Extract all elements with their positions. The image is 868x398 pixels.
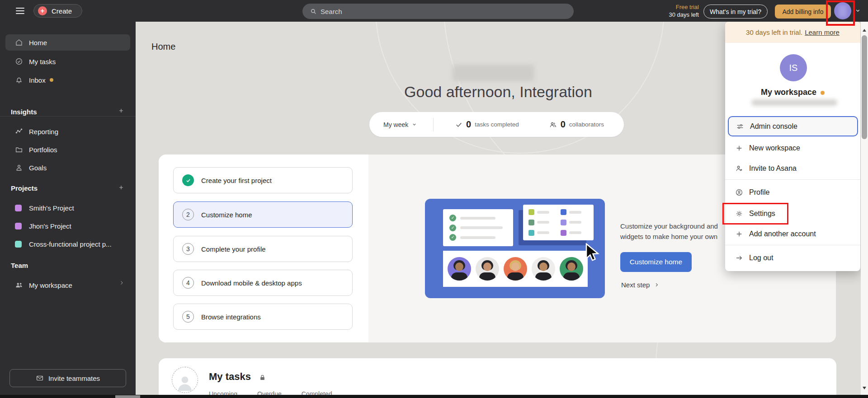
collaborators-count: 0 (561, 119, 566, 130)
my-week-dropdown[interactable]: My week (369, 121, 433, 128)
line-chart-icon (15, 127, 23, 136)
sidebar-divider (0, 116, 136, 117)
chevron-right-icon (654, 282, 659, 288)
create-button-label: Create (52, 7, 72, 15)
sidebar-item-reporting[interactable]: Reporting (5, 123, 130, 140)
menu-item-label: Profile (749, 188, 769, 197)
checklist-item-browse-integrations[interactable]: 5 Browse integrations (173, 304, 353, 330)
illustration-widgets-card (523, 205, 594, 240)
learn-more-link[interactable]: Learn more (805, 28, 840, 36)
check-icon (455, 121, 462, 128)
step-number-badge: 3 (182, 243, 194, 255)
project-color-icon (15, 205, 22, 211)
sidebar-item-my-tasks[interactable]: My tasks (5, 53, 130, 70)
checklist-item-label: Complete your profile (201, 245, 266, 253)
sidebar-item-inbox[interactable]: Inbox (5, 72, 130, 88)
blurred-date-text (453, 65, 534, 81)
checklist-item-label: Create your first project (201, 177, 272, 184)
trial-status: Free trial 30 days left (669, 3, 699, 19)
sidebar-project-cross-functional[interactable]: Cross-functional project p... (5, 236, 130, 252)
create-button[interactable]: + Create (33, 4, 82, 18)
sidebar-item-label: Goals (29, 164, 47, 172)
sidebar-item-label: Jhon's Project (29, 222, 71, 230)
add-project-icon[interactable] (118, 184, 124, 191)
add-insights-icon[interactable] (118, 108, 124, 114)
add-billing-info-button[interactable]: Add billing info (775, 5, 831, 19)
customize-home-illustration: ✓ ✓ ✓ (425, 199, 605, 298)
promo-text-line1: Customize your background and (620, 222, 718, 230)
menu-item-label: Add another account (749, 230, 816, 238)
menu-item-admin-console[interactable]: Admin console (728, 116, 858, 136)
invite-teammates-button[interactable]: Invite teammates (9, 369, 126, 387)
avatar (504, 257, 527, 281)
highlight-box-avatar (826, 0, 855, 26)
avatar (532, 257, 555, 281)
menu-item-profile[interactable]: Profile (728, 184, 858, 201)
sidebar-item-label: Reporting (29, 128, 58, 136)
checklist-item-download-apps[interactable]: 4 Download mobile & desktop apps (173, 270, 353, 296)
sidebar-item-my-workspace[interactable]: My workspace (5, 277, 130, 293)
plus-icon (735, 144, 743, 152)
sidebar-item-home[interactable]: Home (5, 34, 130, 51)
sliders-icon (736, 122, 744, 131)
sidebar-section-insights[interactable]: Insights (11, 108, 37, 116)
page-scrollbar[interactable] (861, 22, 868, 398)
sidebar-section-team: Team (11, 262, 28, 269)
page-title: Home (151, 42, 175, 52)
menu-item-log-out[interactable]: Log out (728, 250, 858, 266)
person-circle-icon (735, 188, 743, 197)
sidebar-item-label: My workspace (29, 281, 72, 289)
project-color-icon (15, 241, 22, 248)
illustration-tasks-card: ✓ ✓ ✓ (443, 209, 513, 246)
sidebar-item-label: My tasks (29, 58, 56, 66)
menu-divider (725, 245, 860, 245)
scrollbar-thumb[interactable] (862, 35, 867, 139)
sidebar-project-jhons[interactable]: Jhon's Project (5, 218, 130, 234)
sidebar-project-smiths[interactable]: Smith's Project (5, 200, 130, 216)
menu-item-add-another-account[interactable]: Add another account (728, 226, 858, 242)
my-week-label: My week (383, 121, 408, 128)
sidebar-item-label: Home (29, 39, 47, 47)
search-input[interactable]: Search (302, 4, 574, 19)
checklist-item-label: Browse integrations (201, 313, 261, 321)
plus-icon: + (38, 6, 47, 15)
chevron-down-icon (412, 122, 417, 127)
tasks-completed-stat: 0 tasks completed (455, 119, 519, 130)
chevron-down-icon[interactable] (855, 8, 861, 14)
whats-in-my-trial-button[interactable]: What's in my trial? (703, 5, 768, 19)
sidebar-item-label: Inbox (29, 76, 46, 84)
my-tasks-title: My tasks (209, 371, 251, 383)
sidebar-item-portfolios[interactable]: Portfolios (5, 141, 130, 158)
checklist-item-create-project[interactable]: Create your first project (173, 167, 353, 193)
person-icon (15, 164, 23, 172)
workspace-name: My workspace (725, 88, 860, 97)
home-icon (15, 38, 23, 47)
bell-icon (15, 76, 23, 84)
customize-home-button[interactable]: Customize home (620, 252, 692, 272)
chevron-right-icon[interactable] (119, 280, 124, 286)
step-number-badge: 5 (182, 311, 194, 323)
envelope-icon (36, 374, 44, 382)
stats-divider (433, 118, 434, 131)
sidebar-item-goals[interactable]: Goals (5, 159, 130, 176)
people-icon (549, 121, 557, 129)
scrollbar-down-arrow[interactable] (863, 387, 866, 389)
menu-item-invite-to-asana[interactable]: Invite to Asana (728, 160, 858, 177)
hamburger-menu-icon[interactable] (16, 8, 24, 14)
account-menu: 30 days left in trial. Learn more IS My … (725, 22, 860, 271)
check-circle-icon (182, 174, 194, 186)
menu-item-new-workspace[interactable]: New workspace (728, 140, 858, 156)
folder-icon (15, 145, 23, 154)
checklist-item-customize-home[interactable]: 2 Customize home (173, 201, 353, 228)
avatar (476, 257, 499, 281)
arrow-right-icon (735, 254, 743, 262)
trial-banner-text: 30 days left in trial. (746, 28, 802, 36)
profile-avatar-placeholder[interactable] (172, 367, 198, 393)
menu-item-label: New workspace (749, 144, 800, 152)
checklist-item-complete-profile[interactable]: 3 Complete your profile (173, 236, 353, 262)
next-step-link[interactable]: Next step (621, 281, 659, 289)
highlight-box-settings (722, 203, 788, 225)
scrollbar-up-arrow[interactable] (863, 29, 866, 32)
sidebar-section-projects[interactable]: Projects (11, 184, 38, 192)
illustration-team-avatars (443, 251, 588, 287)
